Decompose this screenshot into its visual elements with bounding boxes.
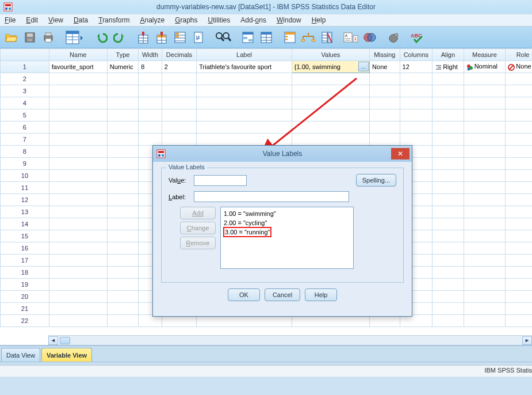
empty-cell[interactable] <box>49 218 107 230</box>
empty-cell[interactable] <box>370 73 400 85</box>
value-labels-button[interactable] <box>282 29 298 46</box>
scroll-thumb[interactable] <box>60 337 70 344</box>
empty-cell[interactable] <box>139 85 162 97</box>
empty-cell[interactable] <box>107 315 139 327</box>
empty-cell[interactable] <box>107 85 139 97</box>
empty-cell[interactable] <box>464 134 506 146</box>
empty-cell[interactable] <box>49 242 107 255</box>
empty-cell[interactable] <box>400 97 433 109</box>
empty-cell[interactable] <box>464 230 506 242</box>
menu-help[interactable]: Help <box>312 16 326 24</box>
row-num[interactable]: 17 <box>1 255 49 267</box>
empty-cell[interactable] <box>162 97 197 109</box>
empty-cell[interactable] <box>433 109 464 121</box>
empty-cell[interactable] <box>464 109 506 121</box>
row-num[interactable]: 21 <box>1 303 49 315</box>
empty-cell[interactable] <box>49 170 107 182</box>
empty-cell[interactable] <box>506 303 532 315</box>
run-script-button[interactable]: μ <box>190 29 206 46</box>
empty-cell[interactable] <box>370 121 400 134</box>
empty-cell[interactable] <box>506 73 532 85</box>
empty-cell[interactable] <box>506 194 532 206</box>
empty-cell[interactable] <box>400 73 433 85</box>
row-num[interactable]: 3 <box>1 85 49 97</box>
empty-cell[interactable] <box>49 315 107 327</box>
col-width[interactable]: Width <box>139 49 162 61</box>
empty-cell[interactable] <box>49 134 107 146</box>
empty-cell[interactable] <box>107 158 139 170</box>
empty-cell[interactable] <box>464 218 506 230</box>
empty-cell[interactable] <box>433 158 464 170</box>
empty-cell[interactable] <box>464 73 506 85</box>
venn-button[interactable] <box>362 29 378 46</box>
empty-cell[interactable] <box>107 242 139 255</box>
cell-missing[interactable]: None <box>370 61 400 73</box>
empty-cell[interactable] <box>49 206 107 218</box>
empty-cell[interactable] <box>506 158 532 170</box>
col-measure[interactable]: Measure <box>464 49 506 61</box>
empty-cell[interactable] <box>292 85 369 97</box>
col-align[interactable]: Align <box>433 49 464 61</box>
empty-cell[interactable] <box>107 194 139 206</box>
empty-cell[interactable] <box>433 267 464 279</box>
cell-type[interactable]: Numeric <box>107 61 139 73</box>
empty-cell[interactable] <box>107 255 139 267</box>
table-row[interactable]: 3 <box>1 85 533 97</box>
cell-values[interactable]: {1.00, swimming … <box>292 61 369 73</box>
blob-button[interactable] <box>385 29 401 46</box>
empty-cell[interactable] <box>433 121 464 134</box>
cell-label[interactable]: Triathlete's favourite sport <box>197 61 292 73</box>
table-row[interactable]: 6 <box>1 121 533 134</box>
col-columns[interactable]: Columns <box>400 49 433 61</box>
row-num[interactable]: 1 <box>1 61 49 73</box>
col-type[interactable]: Type <box>107 49 139 61</box>
goto-case-button[interactable] <box>135 29 151 46</box>
empty-cell[interactable] <box>506 291 532 303</box>
table-row[interactable]: 7 <box>1 134 533 146</box>
empty-cell[interactable] <box>464 194 506 206</box>
help-button[interactable]: Help <box>305 288 337 301</box>
empty-cell[interactable] <box>506 255 532 267</box>
table-row[interactable]: 5 <box>1 109 533 121</box>
menu-utilities[interactable]: Utilities <box>208 16 231 24</box>
list-item[interactable]: 2.00 = "cycling" <box>224 218 350 227</box>
row-num[interactable]: 7 <box>1 134 49 146</box>
col-missing[interactable]: Missing <box>370 49 400 61</box>
empty-cell[interactable] <box>49 279 107 291</box>
empty-cell[interactable] <box>370 85 400 97</box>
empty-cell[interactable] <box>107 267 139 279</box>
row-num[interactable]: 18 <box>1 267 49 279</box>
empty-cell[interactable] <box>107 97 139 109</box>
empty-cell[interactable] <box>464 158 506 170</box>
dialog-close-button[interactable]: ✕ <box>391 148 409 159</box>
empty-cell[interactable] <box>433 206 464 218</box>
empty-cell[interactable] <box>433 279 464 291</box>
empty-cell[interactable] <box>506 267 532 279</box>
empty-cell[interactable] <box>197 73 292 85</box>
change-button[interactable]: Change <box>180 222 216 234</box>
empty-cell[interactable] <box>506 97 532 109</box>
col-name[interactable]: Name <box>49 49 107 61</box>
empty-cell[interactable] <box>464 279 506 291</box>
col-values[interactable]: Values <box>292 49 369 61</box>
row-num[interactable]: 4 <box>1 97 49 109</box>
empty-cell[interactable] <box>506 242 532 255</box>
empty-cell[interactable] <box>107 230 139 242</box>
empty-cell[interactable] <box>464 85 506 97</box>
empty-cell[interactable] <box>370 97 400 109</box>
row-num[interactable]: 15 <box>1 230 49 242</box>
ok-button[interactable]: OK <box>228 288 260 301</box>
empty-cell[interactable] <box>49 303 107 315</box>
value-field[interactable] <box>194 175 247 186</box>
empty-cell[interactable] <box>433 315 464 327</box>
menu-graphs[interactable]: Graphs <box>175 16 197 24</box>
value-labels-list[interactable]: 1.00 = "swimming" 2.00 = "cycling" 3.00 … <box>220 207 354 269</box>
empty-cell[interactable] <box>400 134 433 146</box>
empty-cell[interactable] <box>464 182 506 194</box>
empty-cell[interactable] <box>107 134 139 146</box>
empty-cell[interactable] <box>464 170 506 182</box>
scroll-left-button[interactable]: ◄ <box>48 336 58 345</box>
empty-cell[interactable] <box>162 73 197 85</box>
empty-cell[interactable] <box>49 194 107 206</box>
weight-cases-button[interactable] <box>258 29 274 46</box>
